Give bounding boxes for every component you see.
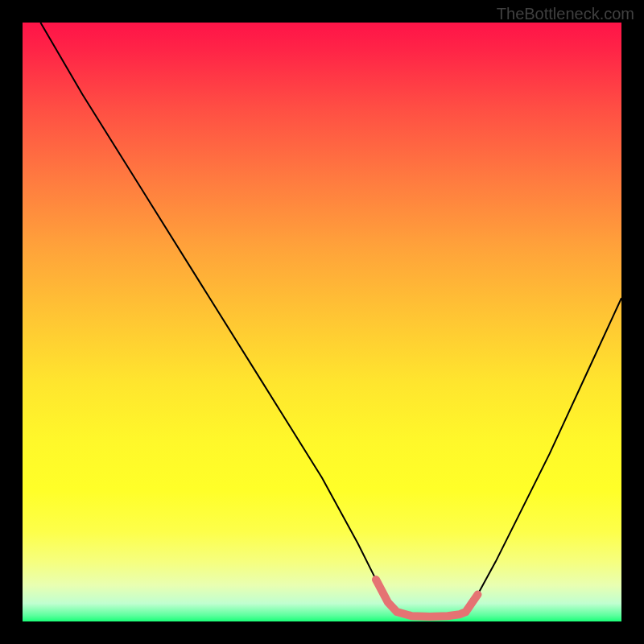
watermark-text: TheBottleneck.com	[497, 5, 634, 23]
chart-lines-overlay	[23, 23, 621, 621]
chart-bottom-highlight	[376, 580, 477, 617]
chart-plot-area	[23, 23, 621, 621]
chart-curve-right	[466, 298, 621, 612]
chart-curve-left	[40, 23, 397, 612]
